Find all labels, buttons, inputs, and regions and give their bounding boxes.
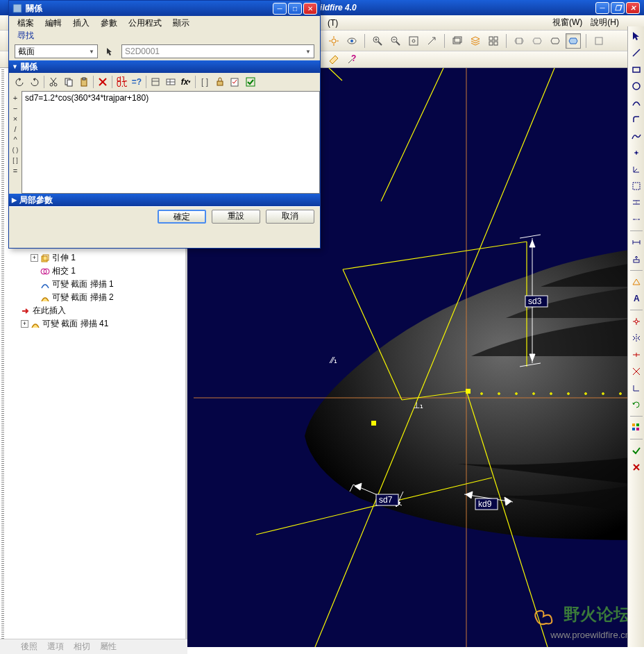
tree-item-intersect[interactable]: 相交 1 [10,265,183,278]
shaded-icon[interactable] [566,33,581,49]
local-params-section-header[interactable]: ▶ 局部參數 [9,194,320,206]
expand-icon[interactable]: + [31,254,38,262]
dialog-minimize-button[interactable]: ─ [273,3,287,15]
app-close-button[interactable]: ✕ [626,2,640,14]
point-icon[interactable] [629,146,643,160]
select-icon[interactable] [629,29,643,43]
zoom-in-icon[interactable] [370,33,385,49]
menu-help[interactable]: 說明(H) [586,15,623,30]
menu-show[interactable]: 顯示 [167,16,195,31]
menu-edit[interactable]: 編輯 [40,16,67,31]
done-icon[interactable] [629,444,643,458]
tree-item-extrude[interactable]: + 引伸 1 [10,251,183,265]
menu-window[interactable]: 視窗(W) [548,15,586,30]
text-icon[interactable]: A [629,292,643,305]
dialog-close-button[interactable]: ✕ [303,3,317,15]
lock-icon[interactable] [212,74,228,90]
coord-icon[interactable] [629,162,643,176]
pick-icon[interactable] [102,44,117,59]
spin-center-icon[interactable] [326,33,341,49]
centerline-icon[interactable] [629,212,643,226]
op-plus[interactable]: + [10,92,21,103]
menu-utils[interactable]: 公用程式 [123,16,167,31]
bracket-icon[interactable]: [ ] [197,74,212,90]
saved-views-icon[interactable] [450,33,465,49]
op-equals[interactable]: = [10,165,21,176]
fillet-icon[interactable] [629,112,643,126]
zoom-out-icon[interactable] [388,33,403,49]
zoom-fit-icon[interactable] [406,33,421,49]
view-icon[interactable] [344,33,359,49]
delete-segment-icon[interactable] [629,364,643,378]
execute-icon[interactable] [243,74,258,90]
dim-label-kd9[interactable]: kd9 [475,498,498,510]
dim-label-sd3[interactable]: sd3 [525,296,548,307]
dimension-icon[interactable] [629,235,643,249]
tree-item-insert-here[interactable]: 在此插入 [10,304,183,317]
op-power[interactable]: ^ [10,134,21,144]
tab-review[interactable]: 後照 [21,641,37,653]
tree-item-sweep1[interactable]: 可變 截面 掃描 1 [10,278,183,291]
relations-textarea[interactable] [22,91,320,194]
mirror-icon[interactable] [629,331,643,345]
cut-icon[interactable] [46,74,61,90]
trim-icon[interactable] [629,315,643,328]
expand-icon[interactable]: + [21,320,28,328]
rectangle-icon[interactable] [629,62,643,76]
orient-icon[interactable] [424,33,439,49]
sort-icon[interactable] [148,74,163,90]
op-parens[interactable]: ( ) [10,144,21,155]
dialog-maximize-button[interactable]: □ [288,3,302,15]
more-icon[interactable] [591,33,607,49]
corner-icon[interactable] [629,381,643,395]
help-icon[interactable]: ? [344,52,359,67]
line-icon[interactable] [629,46,643,60]
scope-select[interactable]: 截面 ▼ [15,44,98,58]
cancel-button[interactable]: 取消 [266,210,314,224]
arc-icon[interactable] [629,96,643,110]
tab-properties[interactable]: 屬性 [100,641,117,653]
find-link[interactable]: 尋找 [17,31,34,40]
palette-icon[interactable] [629,421,643,435]
menu-insert[interactable]: 插入 [67,16,95,31]
use-edge-icon[interactable] [629,179,643,193]
units-icon[interactable]: d10.0 [114,74,129,90]
circle-icon[interactable] [629,79,643,93]
view-manager-icon[interactable] [486,33,501,49]
menu-params[interactable]: 參數 [95,16,123,31]
wireframe-icon[interactable] [511,33,527,49]
verify-icon[interactable] [228,74,243,90]
app-minimize-button[interactable]: ─ [595,2,609,14]
copy-icon[interactable] [61,74,76,90]
relations-section-header[interactable]: ▼ 關係 [9,60,320,73]
redo-icon[interactable] [27,74,42,90]
model-tree[interactable]: + 引伸 1 相交 1 可變 截面 掃描 1 可變 截面 [0,249,185,333]
object-select[interactable]: S2D0001 ▼ [121,44,314,58]
op-times[interactable]: × [10,113,21,124]
provide-icon[interactable]: =? [129,74,144,90]
paste-icon[interactable] [76,74,92,90]
op-brackets[interactable]: [ ] [10,155,21,165]
tree-drag-handle[interactable] [1,68,4,647]
layers-icon[interactable] [468,33,483,49]
rotate-icon[interactable] [629,398,643,412]
no-hidden-icon[interactable] [548,33,563,49]
tab-options[interactable]: 選項 [47,641,64,653]
offset-icon[interactable] [629,196,643,210]
app-restore-button[interactable]: ❐ [611,2,625,14]
tree-item-sweep2[interactable]: 可變 截面 掃描 2 [10,291,183,304]
ok-button[interactable]: 確定 [158,210,206,224]
cancel-icon[interactable] [629,460,643,474]
menu-file[interactable]: 檔案 [12,16,40,31]
menu-t[interactable]: (T) [323,17,342,29]
constraint-icon[interactable] [629,275,643,289]
dialog-titlebar[interactable]: 關係 ─ □ ✕ [9,1,320,16]
spline-icon[interactable] [629,129,643,143]
params-icon[interactable] [163,74,178,90]
tab-tangent[interactable]: 相切 [74,641,90,653]
hidden-line-icon[interactable] [529,33,545,49]
dim-label-sd7[interactable]: sd7 [376,494,398,505]
divide-icon[interactable] [629,348,643,362]
op-divide[interactable]: / [10,124,21,134]
tree-item-sweep41[interactable]: + 可變 截面 掃描 41 [10,317,183,330]
